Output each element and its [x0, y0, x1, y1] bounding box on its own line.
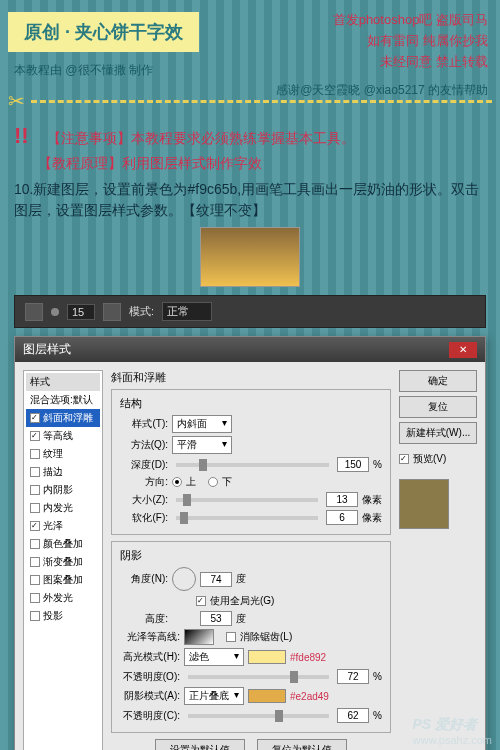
- method-label: 方法(Q):: [120, 438, 168, 452]
- stroke-item[interactable]: 描边: [26, 463, 100, 481]
- size-label: 大小(Z):: [120, 493, 168, 507]
- global-light-checkbox[interactable]: [196, 596, 206, 606]
- stroke-checkbox[interactable]: [30, 467, 40, 477]
- page-title: 原创 · 夹心饼干字效: [8, 12, 199, 52]
- soften-slider[interactable]: [176, 516, 318, 520]
- dir-up-radio[interactable]: [172, 477, 182, 487]
- angle-label: 角度(N):: [120, 572, 168, 586]
- structure-group: 结构 样式(T):内斜面▾ 方法(Q):平滑▾ 深度(D):150% 方向:上下…: [111, 389, 391, 535]
- method-dropdown[interactable]: 平滑▾: [172, 436, 232, 454]
- texture-label: 纹理: [43, 447, 63, 461]
- drop-shadow-item[interactable]: 投影: [26, 607, 100, 625]
- brush-size-input[interactable]: [67, 304, 95, 320]
- angle-wheel[interactable]: [172, 567, 196, 591]
- credit-right: 感谢@天空霞晓 @xiao5217 的友情帮助: [276, 82, 488, 99]
- satin-checkbox[interactable]: [30, 521, 40, 531]
- inner-shadow-label: 内阴影: [43, 483, 73, 497]
- inner-glow-item[interactable]: 内发光: [26, 499, 100, 517]
- texture-item[interactable]: 纹理: [26, 445, 100, 463]
- contour-checkbox[interactable]: [30, 431, 40, 441]
- blend-mode-dropdown[interactable]: 正常: [162, 302, 212, 321]
- color-overlay-label: 颜色叠加: [43, 537, 83, 551]
- dialog-buttons: 确定 复位 新建样式(W)... 预览(V): [399, 370, 477, 750]
- outer-glow-item[interactable]: 外发光: [26, 589, 100, 607]
- inner-shadow-checkbox[interactable]: [30, 485, 40, 495]
- styles-header[interactable]: 样式: [26, 373, 100, 391]
- new-style-button[interactable]: 新建样式(W)...: [399, 422, 477, 444]
- color-overlay-checkbox[interactable]: [30, 539, 40, 549]
- shadow-opacity-input[interactable]: 62: [337, 708, 369, 723]
- global-light-label: 使用全局光(G): [210, 594, 274, 608]
- set-default-button[interactable]: 设置为默认值: [155, 739, 245, 750]
- dialog-titlebar: 图层样式 ✕: [15, 337, 485, 362]
- shadow-color-swatch[interactable]: [248, 689, 286, 703]
- highlight-mode-label: 高光模式(H):: [120, 650, 180, 664]
- red-line: 首发photoshop吧 盗版司马: [333, 10, 488, 31]
- highlight-mode-dropdown[interactable]: 滤色▾: [184, 648, 244, 666]
- highlight-opacity-input[interactable]: 72: [337, 669, 369, 684]
- chevron-down-icon: ▾: [234, 650, 239, 664]
- drop-shadow-checkbox[interactable]: [30, 611, 40, 621]
- altitude-input[interactable]: 53: [200, 611, 232, 626]
- angle-input[interactable]: 74: [200, 572, 232, 587]
- watermark: PS 爱好者 www.psahz.com: [413, 716, 492, 746]
- panel-title: 斜面和浮雕: [111, 370, 391, 385]
- copyright-warning: 首发photoshop吧 盗版司马 如有雷同 纯属你抄我 未经同意 禁止转载: [333, 10, 488, 72]
- structure-title: 结构: [120, 396, 382, 411]
- depth-input[interactable]: 150: [337, 457, 369, 472]
- gloss-contour-label: 光泽等高线:: [120, 630, 180, 644]
- ok-button[interactable]: 确定: [399, 370, 477, 392]
- cancel-button[interactable]: 复位: [399, 396, 477, 418]
- soften-input[interactable]: 6: [326, 510, 358, 525]
- contour-item[interactable]: 等高线: [26, 427, 100, 445]
- color-overlay-item[interactable]: 颜色叠加: [26, 535, 100, 553]
- watermark-brand: PS 爱好者: [413, 716, 478, 732]
- shadow-mode-dropdown[interactable]: 正片叠底▾: [184, 687, 244, 705]
- size-slider[interactable]: [176, 498, 318, 502]
- close-button[interactable]: ✕: [449, 342, 477, 358]
- preview-checkbox[interactable]: [399, 454, 409, 464]
- antialias-checkbox[interactable]: [226, 632, 236, 642]
- preview-image: [200, 227, 300, 287]
- gradient-overlay-checkbox[interactable]: [30, 557, 40, 567]
- params-panel: 斜面和浮雕 结构 样式(T):内斜面▾ 方法(Q):平滑▾ 深度(D):150%…: [111, 370, 391, 750]
- inner-shadow-item[interactable]: 内阴影: [26, 481, 100, 499]
- outer-glow-checkbox[interactable]: [30, 593, 40, 603]
- bevel-checkbox[interactable]: [30, 413, 40, 423]
- style-dropdown[interactable]: 内斜面▾: [172, 415, 232, 433]
- bevel-item[interactable]: 斜面和浮雕: [26, 409, 100, 427]
- drop-shadow-label: 投影: [43, 609, 63, 623]
- contour-label: 等高线: [43, 429, 73, 443]
- note-2: 【教程原理】利用图层样式制作字效: [38, 155, 486, 173]
- bevel-label: 斜面和浮雕: [43, 411, 93, 425]
- blend-options-item[interactable]: 混合选项:默认: [26, 391, 100, 409]
- brush-preview-icon[interactable]: [51, 308, 59, 316]
- watermark-url: www.psahz.com: [413, 734, 492, 746]
- size-input[interactable]: 13: [326, 492, 358, 507]
- gradient-overlay-item[interactable]: 渐变叠加: [26, 553, 100, 571]
- shadow-hex: #e2ad49: [290, 691, 329, 702]
- shadow-opacity-slider[interactable]: [188, 714, 329, 718]
- preview-swatch: [399, 479, 449, 529]
- reset-default-button[interactable]: 复位为默认值: [257, 739, 347, 750]
- pattern-overlay-item[interactable]: 图案叠加: [26, 571, 100, 589]
- tablet-icon[interactable]: [103, 303, 121, 321]
- satin-item[interactable]: 光泽: [26, 517, 100, 535]
- highlight-color-swatch[interactable]: [248, 650, 286, 664]
- highlight-opacity-label: 不透明度(O):: [120, 670, 180, 684]
- chevron-down-icon: ▾: [222, 417, 227, 431]
- satin-label: 光泽: [43, 519, 63, 533]
- dir-down-radio[interactable]: [208, 477, 218, 487]
- dialog-title-text: 图层样式: [23, 341, 71, 358]
- inner-glow-checkbox[interactable]: [30, 503, 40, 513]
- exclaim-icon: !!: [14, 123, 29, 149]
- texture-checkbox[interactable]: [30, 449, 40, 459]
- stroke-label: 描边: [43, 465, 63, 479]
- red-line: 未经同意 禁止转载: [333, 52, 488, 73]
- depth-slider[interactable]: [176, 463, 329, 467]
- gloss-contour-picker[interactable]: [184, 629, 214, 645]
- pattern-overlay-checkbox[interactable]: [30, 575, 40, 585]
- highlight-opacity-slider[interactable]: [188, 675, 329, 679]
- brush-icon[interactable]: [25, 303, 43, 321]
- depth-label: 深度(D):: [120, 458, 168, 472]
